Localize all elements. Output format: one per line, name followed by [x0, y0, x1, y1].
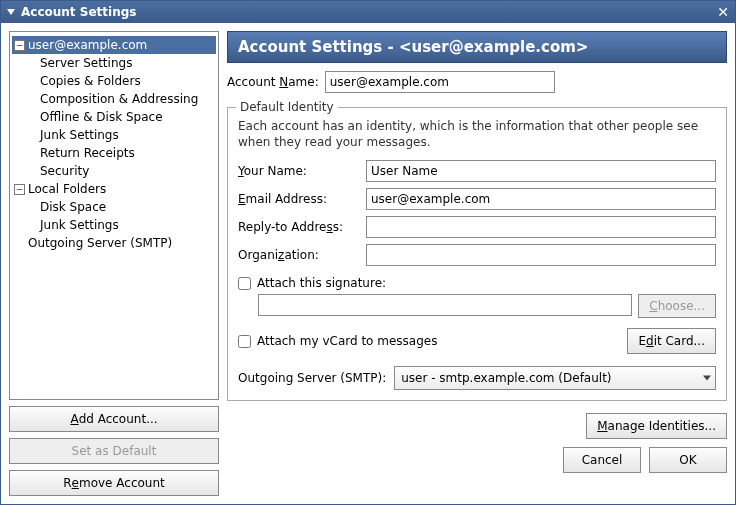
your-name-input[interactable] — [366, 160, 716, 182]
reply-to-label: Reply-to Address: — [238, 220, 360, 234]
your-name-label: Your Name: — [238, 164, 360, 178]
window-menu-icon[interactable] — [7, 9, 15, 15]
attach-signature-label: Attach this signature: — [257, 276, 386, 290]
tree-item-junk-local[interactable]: Junk Settings — [12, 216, 216, 234]
close-icon[interactable]: ✕ — [717, 5, 729, 19]
tree-item-copies-folders[interactable]: Copies & Folders — [12, 72, 216, 90]
email-input[interactable] — [366, 188, 716, 210]
remove-account-button[interactable]: Remove Account — [9, 470, 219, 496]
identity-description: Each account has an identity, which is t… — [238, 118, 716, 150]
outgoing-smtp-select[interactable]: user - smtp.example.com (Default) — [394, 366, 716, 390]
panel-title: Account Settings - <user@example.com> — [227, 31, 727, 63]
default-identity-group: Default Identity Each account has an ide… — [227, 107, 727, 401]
account-name-label: Account Name: — [227, 75, 319, 89]
tree-item-receipts[interactable]: Return Receipts — [12, 144, 216, 162]
tree-expander-icon[interactable]: − — [14, 40, 25, 51]
choose-signature-button: Choose... — [638, 294, 716, 318]
tree-account-root[interactable]: − user@example.com — [12, 36, 216, 54]
attach-vcard-checkbox[interactable] — [238, 335, 251, 348]
signature-path-input[interactable] — [258, 294, 632, 316]
outgoing-smtp-label: Outgoing Server (SMTP): — [238, 371, 386, 385]
tree-label: user@example.com — [28, 38, 147, 52]
window-title: Account Settings — [21, 5, 136, 19]
select-value: user - smtp.example.com (Default) — [401, 371, 611, 385]
set-default-button: Set as Default — [9, 438, 219, 464]
tree-item-security[interactable]: Security — [12, 162, 216, 180]
account-name-input[interactable] — [325, 71, 555, 93]
chevron-down-icon — [703, 376, 711, 381]
attach-vcard-label: Attach my vCard to messages — [257, 334, 437, 348]
tree-item-disk-space[interactable]: Disk Space — [12, 198, 216, 216]
organization-label: Organization: — [238, 248, 360, 262]
attach-signature-checkbox[interactable] — [238, 277, 251, 290]
edit-card-button[interactable]: Edit Card... — [627, 328, 716, 354]
ok-button[interactable]: OK — [649, 447, 727, 473]
tree-item-offline[interactable]: Offline & Disk Space — [12, 108, 216, 126]
tree-label: Local Folders — [28, 182, 106, 196]
email-label: Email Address: — [238, 192, 360, 206]
tree-item-server-settings[interactable]: Server Settings — [12, 54, 216, 72]
organization-input[interactable] — [366, 244, 716, 266]
tree-expander-icon[interactable]: − — [14, 184, 25, 195]
cancel-button[interactable]: Cancel — [563, 447, 641, 473]
add-account-button[interactable]: Add Account... — [9, 406, 219, 432]
tree-smtp[interactable]: Outgoing Server (SMTP) — [12, 234, 216, 252]
tree-local-root[interactable]: − Local Folders — [12, 180, 216, 198]
tree-item-composition[interactable]: Composition & Addressing — [12, 90, 216, 108]
tree-label: Outgoing Server (SMTP) — [28, 236, 172, 250]
account-tree[interactable]: − user@example.com Server Settings Copie… — [9, 31, 219, 400]
tree-item-junk[interactable]: Junk Settings — [12, 126, 216, 144]
reply-to-input[interactable] — [366, 216, 716, 238]
manage-identities-button[interactable]: Manage Identities... — [586, 413, 727, 439]
fieldset-legend: Default Identity — [236, 100, 338, 114]
titlebar: Account Settings ✕ — [1, 1, 735, 23]
